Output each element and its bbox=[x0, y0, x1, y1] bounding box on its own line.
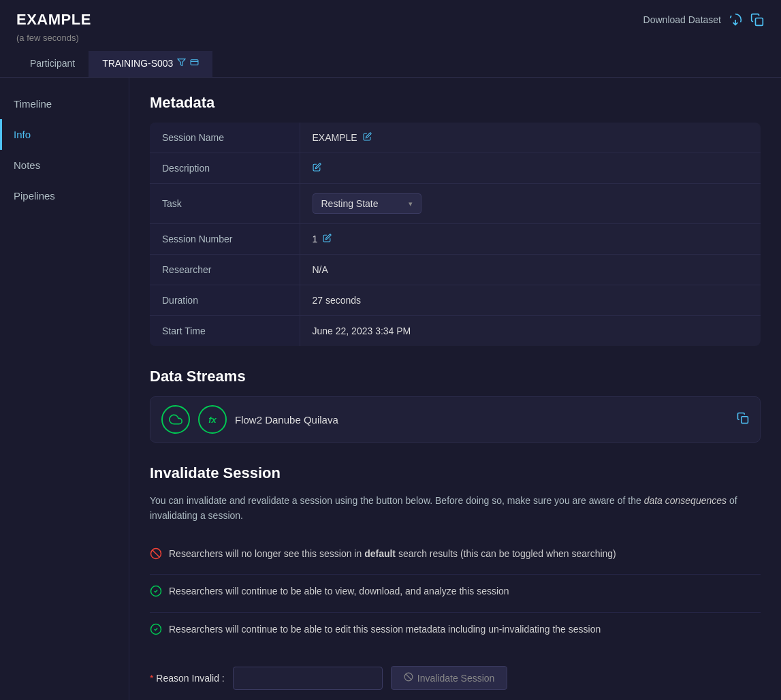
sidebar-item-info[interactable]: Info bbox=[0, 119, 129, 150]
download-label: Download Dataset bbox=[643, 14, 721, 25]
svg-rect-4 bbox=[742, 417, 748, 424]
svg-line-10 bbox=[406, 674, 411, 680]
session-number-edit-icon[interactable] bbox=[323, 234, 332, 244]
reason-input[interactable] bbox=[233, 667, 383, 690]
no-icon bbox=[150, 547, 162, 565]
tab-training[interactable]: TRAINING-S003 bbox=[89, 51, 212, 77]
invalidate-btn-label: Invalidate Session bbox=[417, 673, 495, 684]
consequence-text-2: Researchers will continue to be able to … bbox=[169, 584, 509, 599]
session-name-value: EXAMPLE bbox=[300, 123, 761, 153]
metadata-table: Session Name EXAMPLE bbox=[150, 123, 761, 346]
subtitle: (a few seconds) bbox=[0, 31, 781, 51]
required-star: * bbox=[150, 673, 153, 684]
invalidate-description: You can invalidate and revalidate a sess… bbox=[150, 493, 761, 524]
description-label: Description bbox=[150, 153, 300, 184]
description-edit-icon[interactable] bbox=[313, 163, 321, 174]
session-name-label: Session Name bbox=[150, 123, 300, 153]
sidebar-item-timeline[interactable]: Timeline bbox=[0, 89, 129, 119]
table-row: Researcher N/A bbox=[150, 255, 761, 285]
tab-training-label: TRAINING-S003 bbox=[102, 58, 173, 69]
card-icon bbox=[190, 58, 199, 69]
table-row: Start Time June 22, 2023 3:34 PM bbox=[150, 316, 761, 347]
researcher-label: Researcher bbox=[150, 255, 300, 285]
stream-cloud-icon bbox=[161, 405, 190, 434]
svg-marker-1 bbox=[178, 59, 185, 66]
stream-copy-icon[interactable] bbox=[737, 412, 749, 427]
table-row: Session Name EXAMPLE bbox=[150, 123, 761, 153]
session-name-edit-icon[interactable] bbox=[363, 132, 372, 143]
content-area: Metadata Session Name EXAMPLE bbox=[129, 78, 781, 700]
svg-rect-0 bbox=[756, 18, 763, 26]
sidebar-item-pipelines[interactable]: Pipelines bbox=[0, 180, 129, 211]
tab-participant[interactable]: Participant bbox=[16, 51, 89, 77]
session-number-value: 1 bbox=[300, 224, 761, 255]
yes-icon-2 bbox=[150, 623, 162, 641]
stream-name: Flow2 Danube Quilava bbox=[235, 414, 729, 426]
duration-label: Duration bbox=[150, 285, 300, 316]
svg-line-6 bbox=[153, 550, 160, 557]
invalidate-session-button[interactable]: Invalidate Session bbox=[391, 666, 508, 690]
consequence-list: Researchers will no longer see this sess… bbox=[150, 537, 761, 650]
table-row: Description bbox=[150, 153, 761, 184]
tab-participant-label: Participant bbox=[30, 58, 75, 69]
header: EXAMPLE Download Dataset bbox=[0, 0, 781, 31]
invalidate-form: * Reason Invalid : Invalidate Session bbox=[150, 666, 761, 690]
fx-label: fx bbox=[208, 415, 217, 425]
invalidate-btn-icon bbox=[404, 672, 413, 684]
chevron-down-icon: ▾ bbox=[409, 200, 413, 208]
filter-icon bbox=[177, 58, 186, 69]
sidebar: Timeline Info Notes Pipelines bbox=[0, 78, 129, 700]
task-value: Resting State ▾ bbox=[300, 184, 761, 224]
main-layout: Timeline Info Notes Pipelines Metadata S… bbox=[0, 78, 781, 700]
invalidate-title: Invalidate Session bbox=[150, 464, 761, 482]
consequence-text-1: Researchers will no longer see this sess… bbox=[169, 547, 616, 561]
metadata-title: Metadata bbox=[150, 94, 761, 112]
download-dataset-area[interactable]: Download Dataset bbox=[643, 12, 765, 27]
session-number-label: Session Number bbox=[150, 224, 300, 255]
list-item: Researchers will no longer see this sess… bbox=[150, 537, 761, 575]
researcher-value: N/A bbox=[300, 255, 761, 285]
yes-icon bbox=[150, 585, 162, 603]
tabs-bar: Participant TRAINING-S003 bbox=[0, 51, 781, 78]
task-label: Task bbox=[150, 184, 300, 224]
table-row: Duration 27 seconds bbox=[150, 285, 761, 316]
list-item: Researchers will continue to be able to … bbox=[150, 613, 761, 650]
svg-rect-2 bbox=[191, 60, 198, 65]
copy-icon[interactable] bbox=[750, 12, 765, 27]
start-time-label: Start Time bbox=[150, 316, 300, 347]
table-row: Session Number 1 bbox=[150, 224, 761, 255]
consequence-text-3: Researchers will continue to be able to … bbox=[169, 622, 601, 637]
app-title: EXAMPLE bbox=[16, 11, 91, 29]
table-row: Task Resting State ▾ bbox=[150, 184, 761, 224]
stream-fx-icon: fx bbox=[198, 405, 227, 434]
list-item: Researchers will continue to be able to … bbox=[150, 575, 761, 613]
download-icon[interactable] bbox=[728, 12, 743, 27]
data-streams-title: Data Streams bbox=[150, 368, 761, 385]
task-dropdown[interactable]: Resting State ▾ bbox=[313, 193, 421, 214]
invalidate-section: Invalidate Session You can invalidate an… bbox=[150, 464, 761, 690]
description-value bbox=[300, 153, 761, 184]
data-stream-card: fx Flow2 Danube Quilava bbox=[150, 396, 761, 443]
sidebar-item-notes[interactable]: Notes bbox=[0, 150, 129, 180]
reason-label: * Reason Invalid : bbox=[150, 673, 225, 684]
start-time-value: June 22, 2023 3:34 PM bbox=[300, 316, 761, 347]
duration-value: 27 seconds bbox=[300, 285, 761, 316]
